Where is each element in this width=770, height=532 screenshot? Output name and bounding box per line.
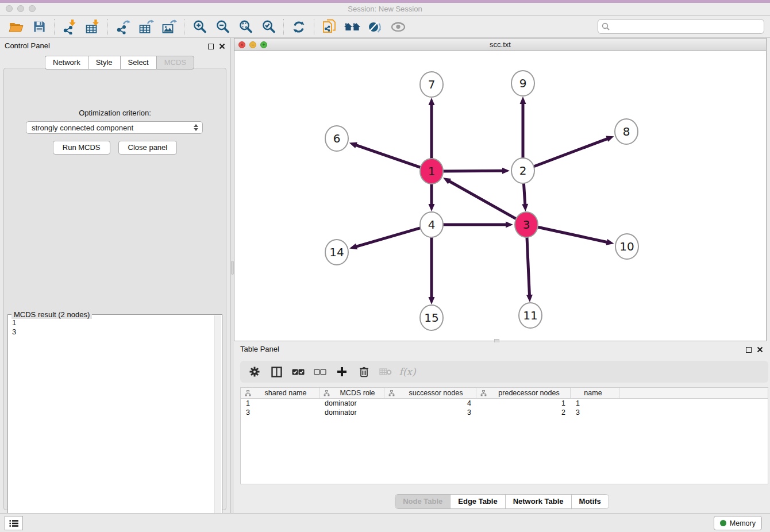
graph-node[interactable]: 14 xyxy=(325,240,348,265)
network-window-titlebar[interactable]: × − + scc.txt xyxy=(234,38,766,51)
search-box[interactable] xyxy=(598,19,764,34)
column-header-mcds-role[interactable]: MCDS role xyxy=(319,388,384,398)
graph-node[interactable]: 6 xyxy=(325,126,348,151)
zoom-selected-button[interactable] xyxy=(257,18,280,36)
column-header-shared-name[interactable]: shared name xyxy=(241,388,319,398)
table-cell[interactable]: 3 xyxy=(384,408,476,417)
open-session-button[interactable] xyxy=(5,18,28,36)
graph-node[interactable]: 8 xyxy=(615,119,638,144)
export-network-icon xyxy=(116,20,131,34)
float-table-panel-icon[interactable] xyxy=(746,347,752,353)
graph-edge[interactable] xyxy=(527,236,530,297)
table-panel-header: Table Panel xyxy=(234,342,770,357)
add-column-button[interactable] xyxy=(332,363,352,380)
tab-network-table[interactable]: Network Table xyxy=(505,495,571,508)
run-mcds-button[interactable]: Run MCDS xyxy=(53,141,110,155)
import-network-icon xyxy=(62,19,77,34)
table-cell[interactable]: 1 xyxy=(241,399,319,407)
table-row[interactable]: 3dominator323 xyxy=(241,408,768,417)
edge-arrowhead-icon xyxy=(522,204,528,211)
function-builder-button[interactable]: f(x) xyxy=(398,363,417,380)
tab-motifs[interactable]: Motifs xyxy=(571,495,609,508)
tab-network[interactable]: Network xyxy=(45,56,88,70)
zoom-in-button[interactable] xyxy=(188,18,211,36)
graph-edge[interactable] xyxy=(354,144,421,167)
graph-edge[interactable] xyxy=(523,182,525,206)
search-input[interactable] xyxy=(612,22,760,31)
toggle-hide-button[interactable] xyxy=(364,18,387,36)
graph-node[interactable]: 1 xyxy=(420,159,443,184)
tab-edge-table[interactable]: Edge Table xyxy=(450,495,505,508)
import-table-button[interactable] xyxy=(81,18,104,36)
export-table-button[interactable] xyxy=(134,18,157,36)
table-cell[interactable]: 2 xyxy=(476,408,571,417)
save-session-button[interactable] xyxy=(28,18,51,36)
delete-table-button[interactable] xyxy=(376,363,395,380)
search-icon xyxy=(602,22,610,30)
node-label: 1 xyxy=(428,164,436,178)
column-header-predecessor-nodes[interactable]: predecessor nodes xyxy=(476,388,571,398)
delete-column-button[interactable] xyxy=(354,363,374,380)
tab-style[interactable]: Style xyxy=(88,56,120,70)
graph-node[interactable]: 4 xyxy=(420,212,443,237)
deselect-all-button[interactable] xyxy=(310,363,330,380)
new-network-button[interactable] xyxy=(318,18,341,36)
tab-node-table[interactable]: Node Table xyxy=(395,495,450,508)
network-canvas[interactable]: 7968124314101511 xyxy=(234,51,766,341)
graph-edge[interactable] xyxy=(533,138,609,167)
graph-node[interactable]: 10 xyxy=(615,234,638,259)
table-cell[interactable]: dominator xyxy=(319,399,384,407)
fx-icon: f(x) xyxy=(399,366,415,377)
column-header-successor-nodes[interactable]: successor nodes xyxy=(384,388,476,398)
vertical-splitter[interactable] xyxy=(230,38,234,513)
export-image-button[interactable] xyxy=(157,18,180,36)
table-cell[interactable]: 3 xyxy=(241,408,319,417)
close-panel-button[interactable]: Close panel xyxy=(118,141,178,155)
mcds-result-title: MCDS result (2 nodes) xyxy=(11,310,92,319)
graph-edge[interactable] xyxy=(442,171,505,171)
select-all-button[interactable] xyxy=(288,363,308,380)
column-layout-button[interactable] xyxy=(267,363,286,380)
table-cell[interactable]: 1 xyxy=(476,399,571,407)
node-table[interactable]: shared nameMCDS rolesuccessor nodesprede… xyxy=(240,387,768,484)
column-header-name[interactable]: name xyxy=(571,388,619,398)
tab-select[interactable]: Select xyxy=(120,56,156,70)
task-history-button[interactable] xyxy=(5,516,23,530)
graph-node[interactable]: 11 xyxy=(519,303,542,328)
export-network-button[interactable] xyxy=(111,18,134,36)
task-list-icon xyxy=(9,519,19,527)
table-cell[interactable]: 3 xyxy=(571,408,619,417)
table-cell[interactable]: 4 xyxy=(384,399,476,407)
result-scrollbar[interactable] xyxy=(214,315,221,531)
show-all-button[interactable] xyxy=(341,18,364,36)
graph-edge[interactable] xyxy=(448,180,517,219)
criterion-dropdown[interactable]: strongly connected component xyxy=(26,121,203,134)
table-row[interactable]: 1dominator411 xyxy=(241,399,768,408)
select-all-icon xyxy=(292,368,305,376)
table-cell[interactable]: 1 xyxy=(571,399,619,407)
table-tabs: Node TableEdge TableNetwork TableMotifs xyxy=(395,494,609,509)
close-table-panel-icon[interactable] xyxy=(757,345,763,355)
graph-node[interactable]: 3 xyxy=(515,212,538,237)
graph-node[interactable]: 15 xyxy=(420,305,443,330)
memory-button[interactable]: Memory xyxy=(714,516,762,530)
import-network-button[interactable] xyxy=(58,18,81,36)
close-panel-icon[interactable] xyxy=(219,41,225,52)
mcds-result-group: MCDS result (2 nodes) 1 3 xyxy=(7,314,222,532)
graph-edge[interactable] xyxy=(537,227,609,242)
graph-node[interactable]: 9 xyxy=(511,71,534,96)
tab-mcds[interactable]: MCDS xyxy=(156,56,194,70)
edge-arrowhead-icon xyxy=(349,142,357,148)
graph-edge[interactable] xyxy=(355,228,421,247)
zoom-out-button[interactable] xyxy=(211,18,234,36)
graph-node[interactable]: 7 xyxy=(420,72,443,97)
table-cell[interactable]: dominator xyxy=(319,408,384,417)
mcds-result-text[interactable]: 1 3 xyxy=(9,318,214,531)
apply-layout-button[interactable] xyxy=(287,18,310,36)
zoom-fit-button[interactable] xyxy=(234,18,257,36)
edge-arrowhead-icon xyxy=(429,297,435,304)
table-options-button[interactable] xyxy=(245,363,264,380)
graph-node[interactable]: 2 xyxy=(511,158,534,183)
float-panel-icon[interactable] xyxy=(208,44,214,49)
graphics-details-button[interactable] xyxy=(387,18,410,36)
